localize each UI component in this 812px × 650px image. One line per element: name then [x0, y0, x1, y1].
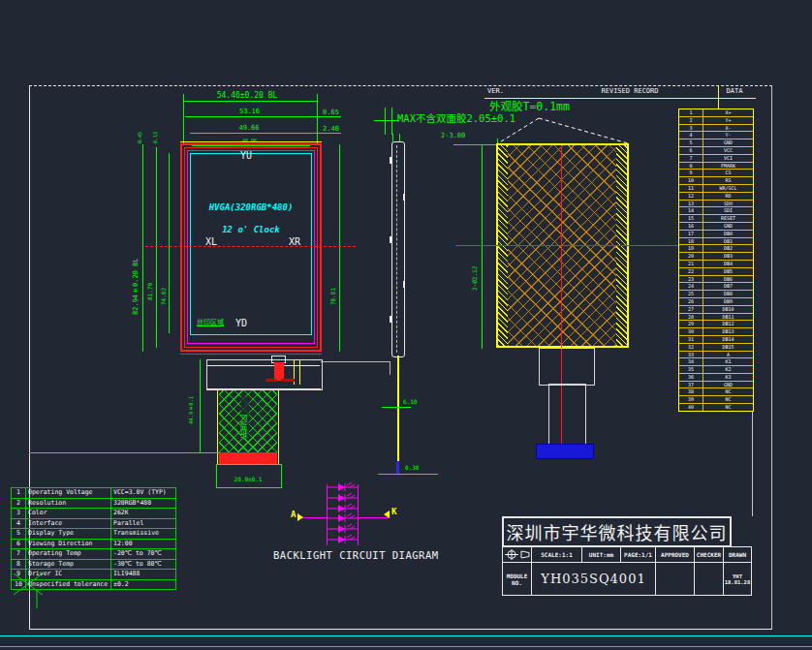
- pin-number: 31: [679, 336, 703, 343]
- pin-table-row: 27 DB10: [679, 306, 753, 314]
- back-tail-blue-bar: [536, 444, 594, 459]
- pin-table-row: 29 DB12: [679, 321, 753, 328]
- spec-table-row: 4 Interface Parallel: [12, 519, 175, 530]
- side-profile-centerline: [396, 145, 397, 353]
- front-centerline: [145, 246, 356, 247]
- pin-table-row: 26 DB9: [679, 298, 753, 306]
- pin-number: 7: [679, 155, 703, 162]
- spec-row-number: 7: [12, 549, 26, 559]
- pin-name: DB15: [703, 344, 753, 351]
- backlight-title: BACKLIGHT CIRCUIT DIAGRAM: [273, 550, 439, 561]
- spec-row-label: Operating Voltage: [26, 488, 111, 498]
- spec-row-number: 4: [12, 519, 26, 529]
- spec-table-row: 7 Operating Temp -20℃ to 70℃: [12, 549, 175, 560]
- pin-table-row: 36 K3: [679, 374, 753, 382]
- spec-table-row: 6 Viewing Direction 12:00: [12, 540, 175, 550]
- spec-row-number: 6: [12, 540, 26, 549]
- module-no-cell: YH035SQ4001: [531, 562, 656, 596]
- note-max-thickness: MAX不含双面胶2.05±0.1: [397, 113, 515, 124]
- spec-row-number: 10: [12, 580, 26, 590]
- spec-row-number: 8: [12, 560, 26, 570]
- pin-table-row: 6 VCC: [679, 147, 753, 155]
- pin-table-row: 13 SDO: [679, 201, 753, 208]
- drawn-date: 18.01.28: [725, 579, 751, 585]
- spec-table-row: 9 Driver IC ILI9488: [12, 570, 175, 580]
- pin-number: 34: [679, 358, 703, 365]
- revision-data-separator: [718, 85, 719, 108]
- spec-table-row: 2 Resolution 320RGB*480: [12, 499, 175, 510]
- dim-line: [184, 101, 317, 102]
- long-green-leader: [29, 452, 219, 453]
- pin-name: DB9: [703, 298, 753, 305]
- fpc-height-dim-line: [200, 359, 201, 453]
- connector-red-mark: [265, 379, 277, 382]
- frame-top-dashed: [29, 85, 772, 86]
- spec-row-label: Resolution: [26, 499, 111, 509]
- spec-row-value: -30℃ to 80℃: [111, 560, 175, 570]
- led-symbol: [327, 503, 359, 513]
- spec-row-number: 3: [12, 509, 26, 518]
- pin-name: DB1: [703, 238, 753, 245]
- pin-name: K1: [703, 358, 753, 365]
- fpc-width-dim: 20.9±0.1: [217, 477, 279, 482]
- pin-name: DB5: [703, 268, 753, 275]
- pin-name: NC: [703, 404, 753, 411]
- spec-row-value: 12:00: [111, 540, 175, 549]
- pin-table-row: 38 NC: [679, 388, 753, 396]
- pin-name: DB12: [703, 321, 753, 327]
- dim-line: [312, 133, 341, 134]
- pin-name: CS: [703, 170, 753, 176]
- connector-ext-end: [390, 361, 390, 375]
- spec-table-row: 8 Storage Temp -30℃ to 80℃: [12, 560, 175, 571]
- pin-number: 15: [679, 215, 703, 222]
- pin-table-connector-line: [752, 411, 753, 516]
- pin-table-row: 39 NC: [679, 396, 753, 404]
- led-symbol: [327, 534, 359, 544]
- spec-table-row: 3 Color 262K: [12, 509, 175, 519]
- pin-table-row: 7 VCI: [679, 155, 753, 163]
- pin-table-row: 1 X+: [679, 109, 753, 117]
- pin-name: DB3: [703, 253, 753, 260]
- company-name: 深圳市宇华微科技有限公司: [507, 519, 728, 544]
- pin-name: K3: [703, 374, 753, 381]
- pin-number: 18: [679, 238, 703, 245]
- pin-name: SDO: [703, 201, 753, 207]
- cad-drawing-canvas: VER. REVISED RECORD DATA 1 X+ 2 Y+ 3 X- …: [0, 0, 812, 650]
- spec-row-number: 9: [12, 570, 26, 579]
- approved-value-cell: [655, 562, 695, 596]
- pin-number: 17: [679, 231, 703, 237]
- side-dim-1: 6.10: [403, 399, 417, 405]
- pin-name: Y+: [703, 117, 753, 124]
- pin-number: 5: [679, 139, 703, 146]
- dim-small-2: 8.13: [153, 120, 158, 143]
- pin-table-row: 32 DB15: [679, 344, 753, 352]
- pin-name: DB8: [703, 291, 753, 297]
- spec-row-label: Operating Temp: [26, 549, 111, 559]
- projection-symbol-cell: [502, 546, 532, 563]
- pin-name: WR/SCL: [703, 185, 753, 192]
- module-number: YH035SQ4001: [541, 572, 645, 586]
- pin-name: DB2: [703, 245, 753, 252]
- side-dim-line: [382, 407, 411, 408]
- pin-number: 36: [679, 374, 703, 381]
- led-symbol: [327, 523, 359, 534]
- pin-name: NC: [703, 396, 753, 403]
- pin-name: X+: [703, 109, 753, 116]
- pin-number: 25: [679, 291, 703, 297]
- pin-name: DB4: [703, 261, 753, 267]
- fpc-height-dim: 44.9±0.1: [189, 376, 195, 424]
- pin-name: DB7: [703, 283, 753, 290]
- pin-number: 1: [679, 109, 703, 116]
- dim-line: [190, 133, 312, 134]
- pin-name: K2: [703, 366, 753, 373]
- pin-number: 40: [679, 404, 703, 411]
- pin-table-row: 37 GND: [679, 382, 753, 389]
- company-cell: 深圳市宇华微科技有限公司: [502, 516, 732, 547]
- pin-number: 38: [679, 388, 703, 395]
- led-symbol: [327, 481, 359, 492]
- spec-row-number: 1: [12, 488, 26, 498]
- pin-number: 6: [679, 147, 703, 154]
- pin-table-row: 34 K1: [679, 358, 753, 366]
- approved-cell: APPROVED: [655, 546, 695, 563]
- dim-offset-1: 0.65: [323, 109, 339, 116]
